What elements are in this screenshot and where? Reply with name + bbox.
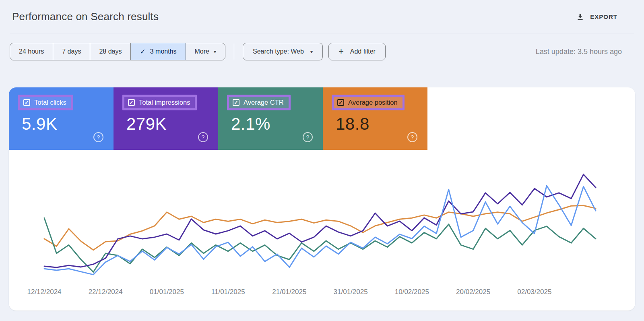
metric-value: 5.9K — [22, 114, 114, 134]
search-type-dropdown[interactable]: Search type: Web ▾ — [243, 43, 323, 60]
filter-toolbar: 24 hours 7 days 28 days ✓ 3 months More … — [0, 43, 644, 60]
range-label: 28 days — [99, 48, 122, 55]
x-axis-tick-label: 11/01/2025 — [211, 288, 245, 296]
x-axis-tick-label: 01/01/2025 — [150, 288, 184, 296]
performance-panel: ✓ Total clicks 5.9K ? ✓ Total impression… — [9, 87, 635, 311]
range-24-hours[interactable]: 24 hours — [10, 43, 53, 60]
search-type-label: Search type: Web — [253, 48, 304, 55]
x-axis-tick-label: 10/02/2025 — [395, 288, 429, 296]
performance-chart-svg[interactable]: 12/12/202422/12/202401/01/202511/01/2025… — [9, 150, 635, 311]
chevron-down-icon: ▾ — [310, 49, 313, 54]
x-axis-tick-label: 02/03/2025 — [517, 288, 551, 296]
download-icon — [576, 12, 584, 21]
range-label: 7 days — [62, 48, 81, 55]
range-more-dropdown[interactable]: More ▾ — [186, 43, 225, 60]
x-axis-tick-label: 20/02/2025 — [456, 288, 490, 296]
average-position-checkbox[interactable]: ✓ — [337, 99, 344, 106]
range-7-days[interactable]: 7 days — [53, 43, 90, 60]
chevron-down-icon: ▾ — [213, 49, 217, 54]
help-icon[interactable]: ? — [198, 132, 208, 142]
range-label: More — [195, 48, 209, 55]
plus-icon: + — [339, 47, 344, 56]
help-icon[interactable]: ? — [407, 132, 417, 142]
x-axis-tick-label: 21/01/2025 — [272, 288, 306, 296]
annotation-highlight-box: ✓ Total clicks — [18, 95, 73, 110]
range-3-months[interactable]: ✓ 3 months — [130, 43, 185, 60]
annotation-highlight-box: ✓ Average position — [332, 95, 405, 110]
date-range-control: 24 hours 7 days 28 days ✓ 3 months More … — [10, 43, 225, 60]
last-update-text: Last update: 3.5 hours ago — [536, 48, 622, 56]
metric-card-average-ctr[interactable]: ✓ Average CTR 2.1% ? — [218, 87, 323, 150]
range-label: 24 hours — [19, 48, 44, 55]
toolbar-divider — [234, 43, 234, 60]
x-axis-tick-label: 12/12/2024 — [27, 288, 61, 296]
check-icon: ✓ — [140, 48, 145, 56]
metric-cards-row: ✓ Total clicks 5.9K ? ✓ Total impression… — [9, 87, 635, 150]
page-title: Performance on Search results — [12, 10, 159, 23]
metric-value: 2.1% — [231, 114, 323, 134]
add-filter-label: Add filter — [350, 48, 376, 55]
metric-label: Total clicks — [34, 99, 66, 106]
export-button[interactable]: EXPORT — [576, 12, 617, 21]
average-ctr-checkbox[interactable]: ✓ — [233, 99, 239, 106]
series-average-ctr — [44, 218, 596, 272]
x-axis-tick-label: 31/01/2025 — [334, 288, 368, 296]
total-clicks-checkbox[interactable]: ✓ — [23, 99, 30, 106]
page-header: Performance on Search results EXPORT — [10, 0, 634, 33]
performance-chart[interactable]: 12/12/202422/12/202401/01/202511/01/2025… — [9, 150, 635, 311]
metric-label: Average position — [348, 99, 398, 106]
series-total-impressions — [44, 174, 596, 267]
metric-value: 18.8 — [336, 114, 427, 134]
add-filter-button[interactable]: + Add filter — [328, 43, 386, 60]
metric-card-average-position[interactable]: ✓ Average position 18.8 ? — [323, 87, 427, 150]
metric-card-total-clicks[interactable]: ✓ Total clicks 5.9K ? — [9, 87, 114, 150]
annotation-highlight-box: ✓ Average CTR — [227, 95, 291, 110]
metric-card-total-impressions[interactable]: ✓ Total impressions 279K ? — [114, 87, 218, 150]
x-axis-tick-label: 22/12/2024 — [89, 288, 123, 296]
range-28-days[interactable]: 28 days — [90, 43, 130, 60]
help-icon[interactable]: ? — [93, 132, 103, 142]
range-label: 3 months — [150, 48, 177, 55]
metric-label: Total impressions — [139, 99, 190, 106]
series-average-position — [44, 205, 596, 250]
metric-label: Average CTR — [244, 99, 284, 106]
export-label: EXPORT — [590, 13, 617, 20]
metric-value: 279K — [126, 114, 218, 134]
annotation-highlight-box: ✓ Total impressions — [122, 95, 197, 110]
total-impressions-checkbox[interactable]: ✓ — [128, 99, 135, 106]
help-icon[interactable]: ? — [303, 132, 313, 142]
